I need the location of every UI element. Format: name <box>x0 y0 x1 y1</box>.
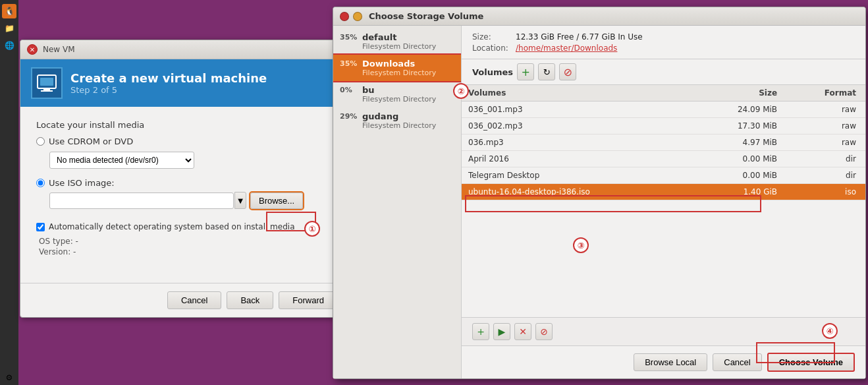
volume-size-2: 4.97 MiB <box>693 134 784 151</box>
cdrom-select[interactable]: No media detected (/dev/sr0) <box>49 152 194 169</box>
volume-size-1: 17.30 MiB <box>693 118 784 134</box>
volume-format-2: raw <box>784 134 865 151</box>
volume-row-1[interactable]: 036_002.mp3 17.30 MiB raw <box>462 118 865 134</box>
iso-radio-row: Use ISO image: <box>36 178 333 188</box>
volume-table: Volumes Size Format 036_001.mp3 24.09 Mi… <box>462 85 865 200</box>
storage-title: Choose Storage Volume <box>369 11 483 21</box>
taskbar-icon-ubuntu[interactable]: 🐧 <box>2 4 16 18</box>
storage-minimize-button[interactable] <box>353 12 362 21</box>
auto-detect-checkbox[interactable] <box>36 223 45 231</box>
locate-label: Locate your install media <box>36 120 333 130</box>
version-row: Version: - <box>39 247 333 256</box>
storage-footer: Browse Local Cancel Choose Volume Choose… <box>462 345 865 378</box>
pool-gudang-name: gudang <box>362 111 398 121</box>
pool-item-bu[interactable]: 0% bu Filesystem Directory <box>333 81 461 107</box>
storage-sidebar: 35% default Filesystem Directory 35% Dow… <box>333 26 462 378</box>
pool-bu-percent: 0% <box>340 86 358 94</box>
browse-local-button[interactable]: Browse Local <box>634 353 707 371</box>
size-label: Size: <box>472 32 512 42</box>
storage-bottom-toolbar: + ▶ ✕ ⊘ <box>462 317 865 345</box>
cdrom-radio[interactable] <box>36 137 45 146</box>
version-value: - <box>73 247 76 256</box>
size-value: 12.33 GiB Free / 6.77 GiB In Use <box>516 32 643 42</box>
pool-item-downloads[interactable]: 35% Downloads Filesystem Directory <box>333 55 461 81</box>
volume-row-4[interactable]: Telegram Desktop 0.00 MiB dir <box>462 167 865 184</box>
cdrom-radio-row: Use CDROM or DVD <box>36 136 333 146</box>
play-button[interactable]: ▶ <box>493 323 510 340</box>
volume-format-3: dir <box>784 151 865 167</box>
location-info-row: Location: /home/master/Downloads <box>472 44 855 53</box>
volume-row-2[interactable]: 036.mp3 4.97 MiB raw <box>462 134 865 151</box>
pool-default-name: default <box>362 32 396 42</box>
add-volume-button[interactable]: + <box>517 63 534 80</box>
svg-rect-1 <box>40 78 53 86</box>
volume-size-0: 24.09 MiB <box>693 102 784 118</box>
new-vm-body: Locate your install media Use CDROM or D… <box>20 107 348 283</box>
auto-detect-label: Automatically detect operating system ba… <box>49 222 295 231</box>
back-button[interactable]: Back <box>227 291 273 309</box>
pool-downloads-type: Filesystem Directory <box>362 69 454 77</box>
volume-row-5[interactable]: ubuntu-16.04-desktop-i386.iso 1.40 GiB i… <box>462 184 865 200</box>
size-info-row: Size: 12.33 GiB Free / 6.77 GiB In Use <box>472 32 855 42</box>
forward-button[interactable]: Forward <box>279 291 338 309</box>
taskbar-icon-settings[interactable]: ⚙ <box>2 370 16 385</box>
pool-bu-type: Filesystem Directory <box>362 95 454 104</box>
os-info: OS type: - Version: - <box>39 237 333 256</box>
iso-path-input[interactable] <box>49 192 234 209</box>
location-label: Location: <box>472 44 512 53</box>
col-format[interactable]: Format <box>784 85 865 102</box>
taskbar-icon-files[interactable]: 📁 <box>2 21 16 36</box>
iso-radio[interactable] <box>36 179 45 187</box>
volume-format-0: raw <box>784 102 865 118</box>
new-vm-close-button[interactable]: ✕ <box>27 44 38 55</box>
storage-cancel-button[interactable]: Cancel <box>713 353 761 371</box>
storage-right: Size: 12.33 GiB Free / 6.77 GiB In Use L… <box>462 26 865 378</box>
pool-gudang-type: Filesystem Directory <box>362 121 454 130</box>
taskbar-icon-browser[interactable]: 🌐 <box>2 38 16 53</box>
iso-label: Use ISO image: <box>49 178 115 188</box>
cdrom-label: Use CDROM or DVD <box>49 136 133 146</box>
add-button[interactable]: + <box>472 323 489 340</box>
pool-item-default[interactable]: 35% default Filesystem Directory <box>333 28 461 55</box>
os-type-label: OS type: <box>39 237 73 246</box>
storage-content: 35% default Filesystem Directory 35% Dow… <box>333 26 865 378</box>
vm-step: Step 2 of 5 <box>70 85 267 95</box>
storage-close-button[interactable] <box>340 12 349 21</box>
stop-button[interactable]: ⊘ <box>559 63 576 80</box>
iso-input-row: ▼ Browse... <box>49 192 333 209</box>
pool-default-type: Filesystem Directory <box>362 42 454 51</box>
version-label: Version: <box>39 247 70 256</box>
volume-name-2: 036.mp3 <box>462 134 693 151</box>
volume-table-container: Volumes Size Format 036_001.mp3 24.09 Mi… <box>462 85 865 317</box>
iso-dropdown-arrow[interactable]: ▼ <box>234 192 246 209</box>
choose-volume-button[interactable]: Choose Volume <box>767 353 855 372</box>
pool-item-gudang[interactable]: 29% gudang Filesystem Directory <box>333 107 461 134</box>
volume-name-4: Telegram Desktop <box>462 167 693 184</box>
browse-button[interactable]: Browse... <box>250 192 303 209</box>
os-type-value: - <box>76 237 78 246</box>
volume-row-3[interactable]: April 2016 0.00 MiB dir <box>462 151 865 167</box>
delete-button[interactable]: ✕ <box>514 323 531 340</box>
volume-row-0[interactable]: 036_001.mp3 24.09 MiB raw <box>462 102 865 118</box>
auto-detect-row: Automatically detect operating system ba… <box>36 222 333 231</box>
volume-name-5: ubuntu-16.04-desktop-i386.iso <box>462 184 693 200</box>
col-size[interactable]: Size <box>693 85 784 102</box>
storage-dialog: Choose Storage Volume 35% default Filesy… <box>333 7 866 379</box>
storage-titlebar: Choose Storage Volume <box>333 7 865 26</box>
cancel-button[interactable]: Cancel <box>167 291 221 309</box>
pool-gudang-percent: 29% <box>340 112 358 121</box>
volume-name-3: April 2016 <box>462 151 693 167</box>
new-vm-panel: ✕ New VM Create a new virtual machine St… <box>20 40 349 318</box>
new-vm-header: Create a new virtual machine Step 2 of 5 <box>20 59 348 107</box>
svg-rect-2 <box>43 88 50 90</box>
stop2-button[interactable]: ⊘ <box>535 323 553 340</box>
pool-downloads-percent: 35% <box>340 59 358 68</box>
cdrom-dropdown-row: No media detected (/dev/sr0) <box>49 152 333 169</box>
volume-name-0: 036_001.mp3 <box>462 102 693 118</box>
col-name[interactable]: Volumes <box>462 85 693 102</box>
refresh-button[interactable]: ↻ <box>538 63 555 80</box>
vm-title: Create a new virtual machine <box>70 71 267 85</box>
volume-format-4: dir <box>784 167 865 184</box>
storage-info: Size: 12.33 GiB Free / 6.77 GiB In Use L… <box>462 26 865 59</box>
svg-rect-3 <box>41 90 53 92</box>
